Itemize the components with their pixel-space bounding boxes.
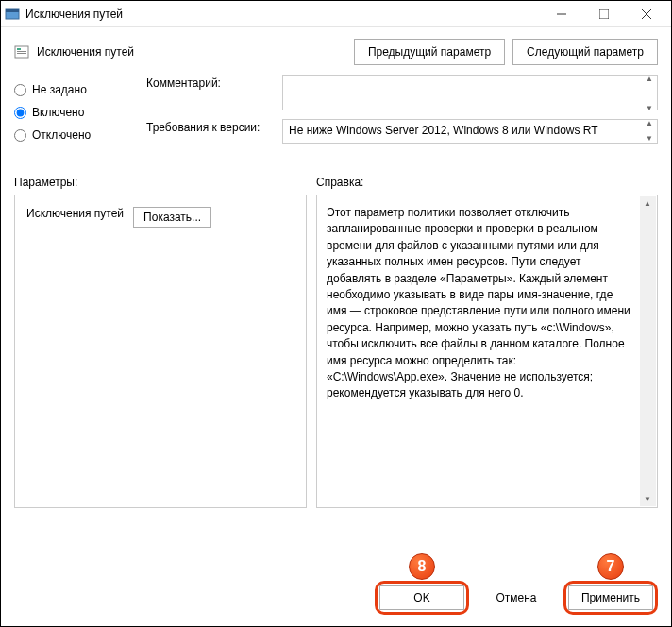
svg-rect-3 (599, 9, 609, 19)
ok-button[interactable]: OK (379, 585, 464, 610)
comment-input[interactable] (282, 75, 658, 110)
minimize-button[interactable] (540, 1, 582, 27)
badge-8: 8 (409, 553, 435, 580)
help-scrollbar[interactable]: ▲▼ (640, 196, 656, 506)
apply-button[interactable]: Применить (568, 585, 653, 610)
state-radio-group: Не задано Включено Отключено (14, 75, 127, 149)
help-panel: Этот параметр политики позволяет отключи… (316, 195, 658, 508)
radio-not-configured[interactable]: Не задано (14, 78, 127, 101)
app-icon (5, 7, 20, 22)
requirements-scrollbar[interactable]: ▲▼ (642, 120, 657, 143)
previous-param-button[interactable]: Предыдущий параметр (354, 39, 505, 65)
close-button[interactable] (625, 1, 667, 27)
svg-rect-9 (17, 53, 26, 54)
ok-highlight-ring: 8 OK (375, 581, 469, 615)
param-item-label: Исключения путей (26, 207, 124, 220)
svg-rect-8 (17, 51, 26, 52)
help-text: Этот параметр политики позволяет отключи… (327, 205, 636, 402)
apply-highlight-ring: 7 Применить (563, 581, 658, 615)
policy-icon (14, 44, 29, 59)
requirements-value: Не ниже Windows Server 2012, Windows 8 и… (282, 119, 658, 144)
radio-disabled[interactable]: Отключено (14, 124, 127, 146)
help-label: Справка: (316, 176, 363, 189)
show-button[interactable]: Показать... (133, 207, 211, 228)
comment-label: Комментарий: (146, 75, 269, 113)
parameters-panel: Исключения путей Показать... (14, 195, 307, 508)
dialog-footer: 8 OK Отмена 7 Применить (375, 581, 658, 615)
badge-7: 7 (597, 553, 624, 580)
parameters-label: Параметры: (14, 176, 316, 189)
window-title: Исключения путей (25, 8, 540, 21)
cancel-button[interactable]: Отмена (479, 586, 554, 609)
svg-rect-7 (17, 48, 21, 50)
radio-enabled[interactable]: Включено (14, 101, 127, 124)
titlebar: Исключения путей (1, 1, 671, 27)
requirements-label: Требования к версии: (146, 119, 269, 144)
comment-scrollbar[interactable]: ▲▼ (642, 76, 657, 112)
next-param-button[interactable]: Следующий параметр (512, 39, 658, 65)
maximize-button[interactable] (582, 1, 625, 27)
page-title: Исключения путей (37, 45, 346, 59)
svg-rect-1 (6, 9, 19, 12)
header-row: Исключения путей Предыдущий параметр Сле… (1, 27, 671, 75)
